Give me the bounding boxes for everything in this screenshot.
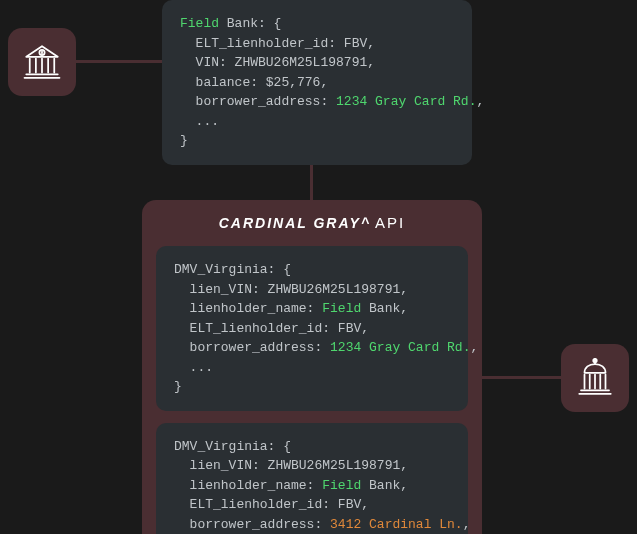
svg-point-3 [593, 359, 597, 363]
token-address: 1234 Gray Card Rd. [336, 94, 476, 109]
dmv-code-block-2: DMV_Virginia: { lien_VIN: ZHWBU26M25L198… [156, 423, 468, 535]
token-field: Field [180, 16, 219, 31]
token-field: Field [322, 478, 361, 493]
dmv-code-block-1: DMV_Virginia: { lien_VIN: ZHWBU26M25L198… [156, 246, 468, 411]
token-address-changed: 3412 Cardinal Ln. [330, 517, 463, 532]
government-icon [574, 357, 616, 399]
bank-icon-tile [8, 28, 76, 96]
api-label: API [375, 214, 405, 231]
token-field: Field [322, 301, 361, 316]
api-header: CARDINAL GRAY^API [156, 214, 468, 232]
gov-icon-tile [561, 344, 629, 412]
bank-code-block: Field Bank: { ELT_lienholder_id: FBV, VI… [162, 0, 472, 165]
bank-icon [21, 41, 63, 83]
api-container: CARDINAL GRAY^API DMV_Virginia: { lien_V… [142, 200, 482, 534]
connector-gov [480, 376, 565, 379]
connector-bank [76, 60, 166, 63]
token-address: 1234 Gray Card Rd. [330, 340, 470, 355]
api-brand: CARDINAL GRAY^ [219, 215, 371, 231]
